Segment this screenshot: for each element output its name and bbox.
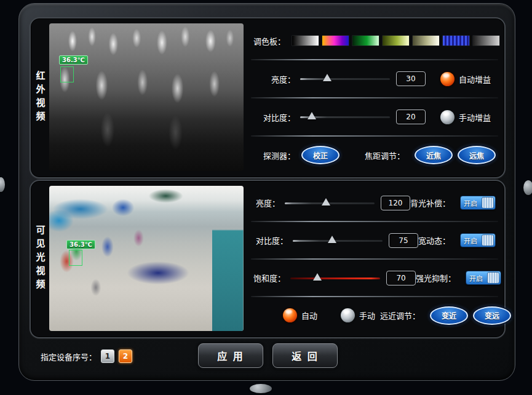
calibrate-button[interactable]: 校正	[301, 146, 339, 164]
ir-brightness-slider[interactable]	[300, 73, 390, 84]
vis-brightness-value[interactable]: 120	[381, 196, 410, 210]
infrared-panel: 红外视频 36.3℃ 调色板： 亮度：	[30, 17, 506, 178]
vis-contrast-slider[interactable]	[293, 235, 383, 246]
ir-brightness-row: 亮度： 30 自动增益	[250, 60, 499, 97]
slider-thumb[interactable]	[328, 236, 336, 243]
focus-near-button[interactable]: 近焦	[415, 146, 453, 164]
temperature-badge: 36.3℃	[66, 240, 95, 249]
slider-track[interactable]	[300, 78, 390, 80]
zoom-near-button[interactable]: 变近	[430, 306, 468, 325]
auto-mode-radio-ball[interactable]	[283, 308, 297, 322]
slider-thumb[interactable]	[323, 74, 332, 81]
slider-thumb[interactable]	[313, 273, 322, 281]
wdr-label: 宽动态：	[418, 234, 450, 246]
toggle-handle[interactable]	[482, 234, 494, 246]
infrared-controls: 调色板： 亮度： 30	[250, 22, 499, 174]
device-selector: 指定设备序号： 1 2	[41, 349, 132, 363]
palette-swatch-white-hot[interactable]	[292, 35, 319, 46]
backlight-toggle-state: 开启	[461, 198, 477, 208]
ir-brightness-value[interactable]: 30	[396, 71, 426, 86]
vis-contrast-value[interactable]: 75	[389, 233, 418, 248]
apply-button[interactable]: 应 用	[198, 343, 263, 368]
vis-brightness-slider[interactable]	[285, 198, 375, 209]
vis-saturation-value[interactable]: 70	[386, 271, 416, 285]
toggle-handle[interactable]	[487, 272, 499, 284]
focus-group: 焦距调节： 近焦 远焦	[365, 146, 496, 164]
detector-row: 探测器： 校正 焦距调节： 近焦 远焦	[250, 137, 499, 174]
vis-mode-row: 自动 手动 远近调节： 变近 变远	[250, 297, 499, 333]
manual-mode-radio-ball[interactable]	[341, 308, 355, 322]
device-1-button[interactable]: 1	[101, 349, 114, 363]
palette-label: 调色板：	[253, 35, 285, 47]
hlc-toggle[interactable]: 开启	[466, 271, 501, 285]
auto-gain-label: 自动增益	[459, 73, 491, 85]
ir-brightness-label: 亮度：	[253, 73, 295, 85]
wdr-toggle[interactable]: 开启	[460, 233, 496, 247]
manual-mode-label: 手动	[359, 309, 375, 321]
wdr-toggle-state: 开启	[461, 236, 477, 245]
palette-swatch-green[interactable]	[352, 35, 379, 46]
device-selector-label: 指定设备序号：	[41, 351, 97, 362]
ir-contrast-label: 对比度：	[253, 111, 295, 123]
palette-swatch-sepia[interactable]	[412, 35, 440, 46]
zoom-group: 远近调节： 变近 变远	[380, 306, 511, 325]
manual-gain-label: 手动增益	[459, 111, 491, 123]
slider-thumb[interactable]	[308, 112, 316, 119]
auto-gain-radio-ball[interactable]	[440, 72, 455, 86]
palette-swatch-blue-stripes[interactable]	[442, 35, 470, 46]
visible-panel: 可见光视频 36.3℃ 亮度： 120 背光补偿： 开启	[30, 180, 506, 338]
camera-settings-screen: 红外视频 36.3℃ 调色板： 亮度：	[0, 0, 532, 395]
edge-notch-left	[0, 177, 5, 192]
toggle-handle[interactable]	[482, 197, 494, 209]
detector-label: 探测器：	[253, 150, 295, 161]
palette-swatches	[292, 35, 500, 46]
wdr-group: 宽动态： 开启	[418, 233, 496, 247]
infrared-scene	[49, 23, 244, 171]
palette-swatch-iron[interactable]	[322, 35, 349, 46]
slider-track-red[interactable]	[290, 277, 380, 279]
zoom-far-button[interactable]: 变远	[473, 306, 511, 325]
hlc-group: 强光抑制： 开启	[416, 271, 501, 285]
ir-contrast-slider[interactable]	[300, 111, 390, 122]
infrared-video-feed: 36.3℃	[49, 23, 244, 171]
auto-mode-label: 自动	[301, 309, 317, 321]
back-button[interactable]: 返 回	[272, 343, 338, 368]
ir-contrast-value[interactable]: 20	[396, 110, 426, 124]
backlight-group: 背光补偿： 开启	[410, 196, 496, 210]
visible-panel-title: 可见光视频	[32, 181, 48, 337]
ir-contrast-row: 对比度： 20 手动增益	[250, 98, 499, 135]
slider-track[interactable]	[293, 240, 383, 242]
manual-gain-radio-ball[interactable]	[440, 110, 455, 124]
tracking-box	[60, 66, 74, 82]
auto-mode-radio[interactable]: 自动	[283, 308, 322, 322]
vis-saturation-slider[interactable]	[290, 273, 380, 284]
visible-controls: 亮度： 120 背光补偿： 开启 对比度：	[250, 185, 499, 333]
slider-thumb[interactable]	[322, 198, 330, 205]
vis-saturation-label: 饱和度：	[253, 272, 285, 284]
palette-row: 调色板：	[250, 22, 499, 59]
manual-gain-radio[interactable]: 手动增益	[440, 110, 496, 124]
edge-notch-bottom	[250, 384, 272, 393]
edge-notch-right	[523, 180, 532, 195]
device-2-button[interactable]: 2	[119, 349, 132, 363]
visible-video-feed: 36.3℃	[49, 186, 244, 331]
backlight-toggle[interactable]: 开启	[460, 196, 496, 210]
backlight-label: 背光补偿：	[410, 197, 450, 209]
vis-brightness-row: 亮度： 120 背光补偿： 开启	[250, 185, 499, 221]
palette-swatch-yellow-green[interactable]	[382, 35, 410, 46]
hlc-label: 强光抑制：	[416, 272, 456, 284]
vis-saturation-row: 饱和度： 70 强光抑制： 开启	[250, 260, 499, 296]
vis-brightness-label: 亮度：	[253, 197, 280, 209]
temperature-badge: 36.3℃	[59, 55, 88, 65]
hlc-toggle-state: 开启	[466, 273, 483, 283]
infrared-panel-title: 红外视频	[32, 18, 48, 177]
auto-gain-radio[interactable]: 自动增益	[440, 72, 496, 86]
focus-label: 焦距调节：	[365, 150, 405, 161]
palette-swatch-gray[interactable]	[472, 35, 500, 46]
vis-contrast-row: 对比度： 75 宽动态： 开启	[250, 222, 499, 258]
manual-mode-radio[interactable]: 手动	[341, 308, 380, 322]
tracking-box	[69, 250, 82, 266]
vis-contrast-label: 对比度：	[253, 234, 288, 246]
zoom-label: 远近调节：	[380, 309, 420, 321]
focus-far-button[interactable]: 远焦	[458, 146, 496, 164]
